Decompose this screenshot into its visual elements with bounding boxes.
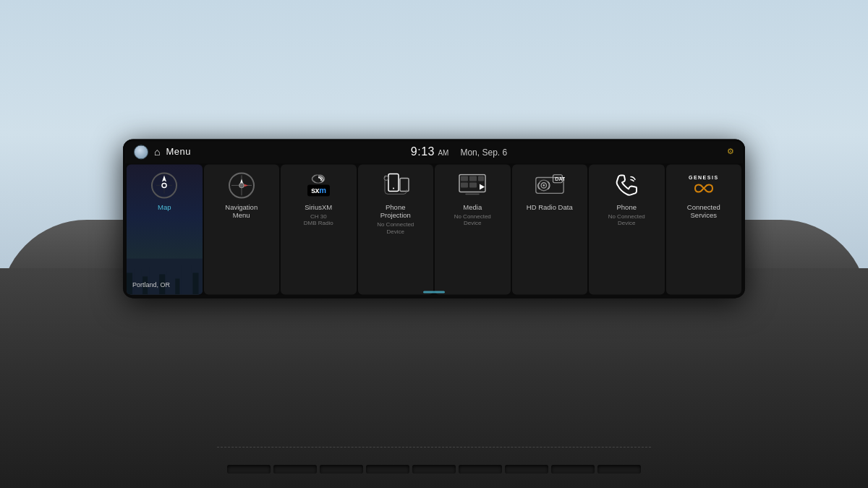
screen-mount: ⌂ Menu 9:13 AM Mon, Sep. 6 ⚙	[123, 139, 745, 341]
svg-rect-9	[400, 178, 409, 191]
map-label: Map	[158, 203, 171, 211]
phone-tile[interactable]: Phone No ConnectedDevice	[589, 164, 665, 294]
connected-services-tile[interactable]: GENESIS ConnectedServices	[666, 164, 742, 294]
phone-projection-tile[interactable]: PhoneProjection No ConnectedDevice	[358, 164, 434, 294]
svg-text:DATA: DATA	[555, 176, 565, 182]
date-display: Mon, Sep. 6	[460, 147, 507, 158]
vent-slot	[227, 465, 271, 474]
connected-services-label: ConnectedServices	[687, 203, 720, 220]
svg-rect-16	[469, 182, 477, 187]
media-sublabel: No ConnectedDevice	[454, 213, 491, 227]
hd-radio-icon: DATA	[535, 170, 565, 200]
time-suffix: AM	[438, 149, 448, 157]
genesis-connected-icon: GENESIS	[689, 170, 719, 200]
vent-slot	[505, 465, 548, 474]
time-value: 9:13	[411, 145, 435, 158]
vent-slot	[412, 465, 456, 474]
svg-rect-14	[478, 176, 484, 181]
settings-icon[interactable]: ⚙	[727, 147, 734, 156]
hd-radio-tile[interactable]: DATA HD Radio Data	[512, 164, 588, 294]
city-background	[127, 262, 203, 294]
media-icon	[457, 170, 488, 200]
vent-slot	[366, 465, 409, 474]
status-center: 9:13 AM Mon, Sep. 6	[411, 145, 507, 158]
map-location: Portland, OR	[132, 281, 170, 288]
media-label: Media	[463, 203, 482, 211]
phone-label: Phone	[617, 203, 637, 211]
stitching-decoration	[217, 447, 651, 448]
navigation-label: NavigationMenu	[225, 203, 258, 220]
menu-label: Menu	[166, 146, 191, 157]
svg-rect-13	[469, 176, 477, 181]
vents-area	[181, 465, 687, 474]
time-display: 9:13 AM	[411, 145, 449, 158]
dashboard-wrapper: ⌂ Menu 9:13 AM Mon, Sep. 6 ⚙	[0, 0, 868, 488]
map-tile[interactable]: Map Portland, OR	[127, 164, 203, 294]
vent-slot	[273, 465, 317, 474]
vent-slot	[551, 465, 595, 474]
navigation-icon	[226, 170, 257, 200]
siriusxm-sublabel: CH 30DMB Radio	[304, 213, 333, 227]
media-tile[interactable]: Media No ConnectedDevice	[435, 164, 511, 294]
status-bar: ⌂ Menu 9:13 AM Mon, Sep. 6 ⚙	[125, 141, 743, 163]
svg-point-6	[240, 184, 243, 187]
screen-inner: ⌂ Menu 9:13 AM Mon, Sep. 6 ⚙	[125, 141, 743, 296]
siriusxm-label: SiriusXM	[305, 203, 332, 211]
map-icon	[149, 170, 179, 200]
hd-radio-label: HD Radio Data	[527, 203, 573, 211]
vent-slot	[459, 465, 502, 474]
siriusxm-icon: s x m	[303, 170, 333, 200]
svg-point-23	[542, 184, 545, 187]
phone-projection-icon	[380, 170, 411, 200]
avatar	[134, 145, 148, 159]
siriusxm-tile[interactable]: s x m SiriusXM CH 30DMB Radio	[281, 164, 357, 294]
vent-slot	[597, 465, 641, 474]
vent-slot	[320, 465, 363, 474]
svg-rect-15	[461, 182, 468, 187]
home-icon[interactable]: ⌂	[154, 146, 160, 158]
screen-bezel: ⌂ Menu 9:13 AM Mon, Sep. 6 ⚙	[123, 139, 745, 298]
svg-rect-12	[461, 176, 468, 181]
status-left: ⌂ Menu	[134, 145, 191, 159]
navigation-tile[interactable]: NavigationMenu	[204, 164, 280, 294]
phone-call-icon	[611, 170, 642, 200]
infotainment-screen: ⌂ Menu 9:13 AM Mon, Sep. 6 ⚙	[123, 139, 745, 298]
tiles-container: Map Portland, OR	[125, 163, 743, 296]
phone-projection-label: PhoneProjection	[380, 203, 411, 220]
phone-projection-sublabel: No ConnectedDevice	[377, 222, 414, 236]
phone-sublabel: No ConnectedDevice	[608, 213, 645, 227]
scroll-indicator	[423, 291, 445, 293]
status-right: ⚙	[727, 147, 734, 156]
